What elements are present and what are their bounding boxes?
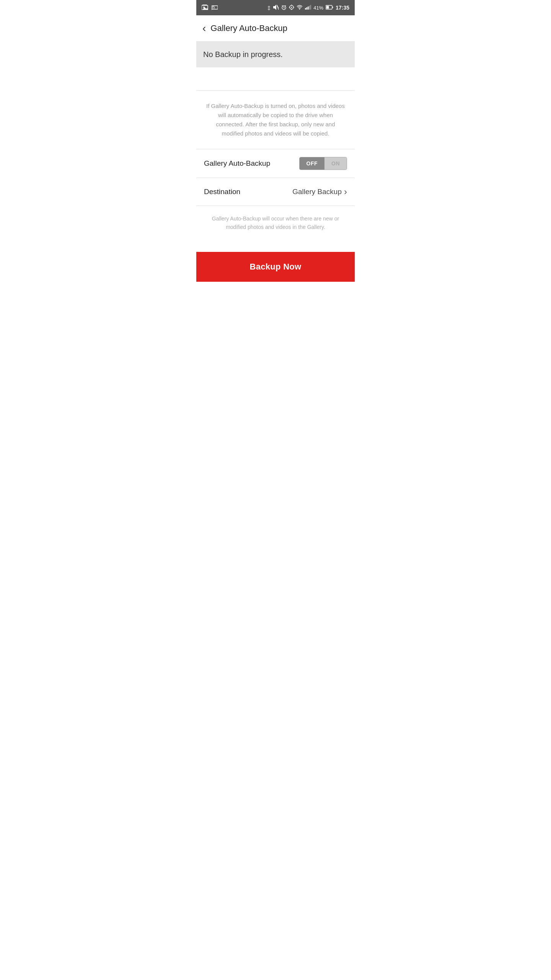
auto-backup-label: Gallery Auto-Backup: [204, 159, 270, 168]
svg-marker-6: [273, 5, 276, 10]
status-bar: ‡: [196, 0, 355, 15]
svg-line-13: [285, 5, 286, 6]
svg-rect-23: [308, 7, 309, 10]
status-time: 17:35: [336, 5, 349, 11]
back-button[interactable]: ‹: [202, 22, 206, 34]
bottom-note-block: Gallery Auto-Backup will occur when ther…: [196, 206, 355, 240]
svg-point-20: [299, 8, 300, 9]
mute-icon: [273, 5, 279, 11]
destination-row[interactable]: Destination Gallery Backup ›: [196, 178, 355, 206]
header: ‹ Gallery Auto-Backup: [196, 15, 355, 42]
gps-icon: [289, 5, 294, 11]
battery-icon: [326, 5, 333, 11]
wifi-icon: [297, 5, 303, 11]
top-spacer: [196, 67, 355, 90]
destination-value-text: Gallery Backup: [292, 188, 342, 196]
status-left-icons: [202, 5, 218, 11]
svg-point-15: [291, 7, 292, 8]
content-spacer: [196, 240, 355, 252]
status-right-icons: ‡: [267, 5, 349, 11]
info-block: If Gallery Auto-Backup is turned on, pho…: [196, 91, 355, 149]
toggle-off-label[interactable]: OFF: [300, 157, 325, 170]
battery-percent: 41%: [313, 5, 323, 11]
backup-status-banner: No Backup in progress.: [196, 42, 355, 67]
auto-backup-setting-row: Gallery Auto-Backup OFF ON: [196, 149, 355, 178]
toggle-on-label[interactable]: ON: [324, 157, 347, 170]
svg-rect-1: [202, 5, 207, 5]
gallery-icon: [202, 5, 209, 11]
svg-rect-22: [306, 7, 308, 10]
svg-marker-3: [202, 7, 208, 10]
alarm-icon: [281, 5, 287, 11]
info-description: If Gallery Auto-Backup is turned on, pho…: [206, 103, 345, 137]
svg-rect-28: [333, 7, 333, 8]
svg-rect-21: [305, 8, 306, 10]
bluetooth-icon: ‡: [267, 5, 271, 11]
chevron-right-icon: ›: [344, 186, 347, 197]
destination-value-container: Gallery Backup ›: [292, 186, 347, 197]
backup-status-text: No Backup in progress.: [203, 50, 283, 59]
svg-rect-25: [310, 5, 311, 10]
cast-icon: [212, 5, 218, 11]
auto-backup-toggle[interactable]: OFF ON: [299, 157, 347, 170]
svg-rect-24: [309, 6, 310, 10]
backup-now-button[interactable]: Backup Now: [196, 252, 355, 282]
page-title: Gallery Auto-Backup: [210, 23, 287, 33]
svg-line-12: [282, 5, 283, 6]
svg-rect-27: [326, 6, 329, 8]
bottom-note-text: Gallery Auto-Backup will occur when ther…: [212, 216, 339, 230]
destination-label: Destination: [204, 188, 240, 196]
signal-icon: [305, 5, 311, 11]
content-area: ‹ Gallery Auto-Backup No Backup in progr…: [196, 15, 355, 282]
